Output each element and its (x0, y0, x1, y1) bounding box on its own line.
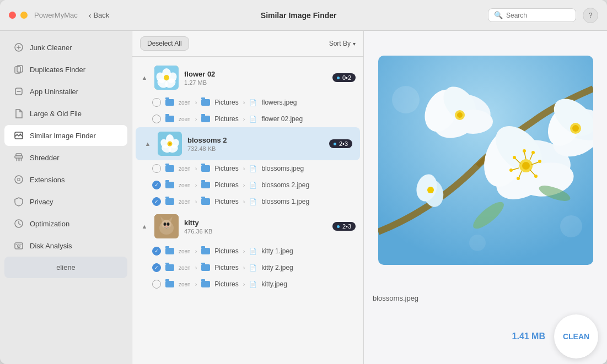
path-arrow: zoen (179, 166, 191, 172)
svg-point-59 (513, 156, 516, 159)
folder-icon (165, 198, 174, 205)
sidebar-item-privacy[interactable]: Privacy (4, 191, 127, 212)
sort-by-button[interactable]: Sort By ▾ (329, 40, 356, 47)
sidebar-item-label: Privacy (30, 198, 53, 206)
svg-rect-7 (16, 154, 22, 156)
preview-image-container (364, 31, 607, 290)
sidebar-item-label: Similar Image Finder (30, 132, 96, 140)
svg-point-57 (517, 177, 520, 180)
sidebar-item-optimization[interactable]: Optimization (4, 213, 127, 234)
badge-dot (337, 77, 340, 79)
page-title: Similar Image Finder (261, 11, 337, 20)
path-separator: › (195, 182, 197, 188)
app-window: PowerMyMac ‹ Back Similar Image Finder 🔍… (0, 0, 607, 364)
file-checkbox[interactable] (152, 247, 161, 256)
large-old-file-icon (13, 108, 24, 119)
badge-dot (334, 143, 336, 145)
svg-point-75 (427, 187, 434, 193)
folder-label: Pictures (214, 181, 238, 189)
sidebar-item-label: Optimization (30, 220, 69, 228)
file-checkbox[interactable] (152, 280, 161, 289)
group-size: 732.48 KB (187, 145, 324, 152)
sidebar-item-large-old-file[interactable]: Large & Old File (4, 103, 127, 124)
folder-icon (165, 182, 174, 188)
folder-icon (201, 182, 210, 188)
sort-by-label: Sort By (329, 40, 351, 47)
svg-point-8 (15, 176, 23, 183)
sidebar-item-junk-cleaner[interactable]: Junk Cleaner (4, 37, 127, 58)
sidebar-item-extensions[interactable]: Extensions (4, 169, 127, 190)
deselect-all-button[interactable]: Deselect All (140, 36, 189, 51)
file-icon: 📄 (249, 99, 257, 106)
sidebar-item-duplicates-finder[interactable]: Duplicates Finder (4, 59, 127, 80)
group-badge: 0•2 (332, 73, 356, 82)
filename-label: blossoms.jpeg (261, 165, 304, 172)
folder-icon (165, 99, 174, 106)
path-separator: › (195, 99, 197, 106)
file-icon: 📄 (249, 264, 257, 271)
sidebar-item-similar-image-finder[interactable]: Similar Image Finder (4, 125, 127, 146)
filename-label: kitty 2.jpeg (261, 264, 293, 271)
path-arrow: zoen (179, 281, 191, 287)
group-name: blossoms 2 (187, 136, 324, 144)
group-kitty[interactable]: ▲ (132, 210, 363, 243)
sidebar-item-shredder[interactable]: Shredder (4, 147, 127, 168)
folder-icon (201, 99, 210, 106)
sidebar-item-label: Disk Analysis (30, 242, 72, 250)
file-icon: 📄 (249, 182, 257, 189)
folder-label: Pictures (214, 264, 238, 271)
group-thumbnail (154, 66, 179, 90)
svg-point-12 (18, 246, 19, 247)
folder-icon (201, 281, 210, 287)
group-size: 476.36 KB (184, 228, 327, 235)
path-separator: › (195, 198, 197, 205)
file-checkbox[interactable] (152, 181, 161, 189)
path-arrow: zoen (179, 265, 191, 271)
search-icon: 🔍 (494, 11, 503, 19)
path-separator: › (243, 264, 245, 271)
back-button[interactable]: ‹ Back (89, 11, 110, 20)
file-checkbox[interactable] (152, 164, 161, 173)
path-separator: › (195, 248, 197, 254)
search-bar[interactable]: 🔍 (488, 8, 576, 22)
collapse-icon[interactable]: ▲ (140, 222, 149, 231)
file-list: ▲ (132, 57, 363, 364)
file-icon: 📄 (249, 248, 257, 255)
sidebar-item-app-uninstaller[interactable]: App Uninstaller (4, 81, 127, 102)
svg-point-58 (509, 169, 513, 172)
file-checkbox[interactable] (152, 115, 161, 123)
help-button[interactable]: ? (583, 8, 598, 23)
sort-chevron-icon: ▾ (353, 41, 356, 47)
collapse-icon[interactable]: ▲ (143, 139, 152, 148)
folder-icon (165, 165, 174, 172)
file-checkbox[interactable] (152, 263, 161, 272)
file-checkbox[interactable] (152, 197, 161, 206)
filename-label: kitty 1.jpeg (261, 247, 293, 255)
file-checkbox[interactable] (152, 98, 161, 107)
search-input[interactable] (506, 12, 572, 19)
collapse-icon[interactable]: ▲ (140, 73, 149, 82)
svg-point-45 (522, 162, 530, 170)
minimize-button[interactable] (20, 12, 28, 19)
optimization-icon (13, 218, 24, 229)
group-info: kitty 476.36 KB (184, 219, 327, 235)
folder-icon (165, 281, 174, 287)
path-separator: › (243, 165, 245, 172)
svg-point-56 (534, 175, 538, 178)
path-separator: › (195, 281, 197, 287)
clean-button[interactable]: CLEAN (554, 314, 598, 358)
sidebar-item-disk-analysis[interactable]: Disk Analysis (4, 235, 127, 256)
junk-cleaner-icon (13, 42, 24, 53)
sidebar: Junk Cleaner Duplicates Finder (0, 31, 132, 364)
svg-point-79 (560, 215, 582, 237)
folder-icon (201, 248, 210, 254)
group-flower-02[interactable]: ▲ (132, 61, 363, 94)
preview-footer: 1.41 MB CLEAN (364, 309, 607, 364)
group-name: flower 02 (184, 70, 327, 78)
group-blossoms-2[interactable]: ▲ (136, 127, 360, 160)
filename-label: blossoms 2.jpeg (261, 181, 309, 189)
privacy-icon (13, 196, 24, 207)
badge-dot (337, 225, 340, 228)
back-chevron-icon: ‹ (89, 11, 92, 20)
close-button[interactable] (9, 12, 16, 19)
